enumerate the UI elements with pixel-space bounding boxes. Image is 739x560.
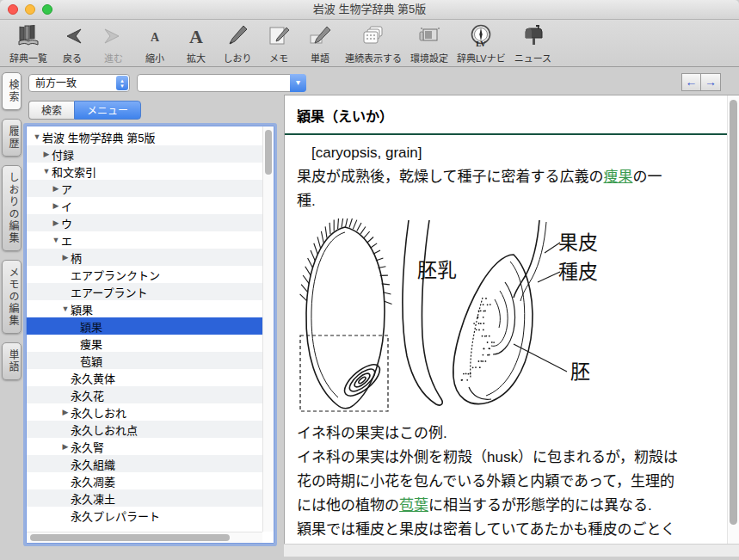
tree-row[interactable]: エアプランクトン <box>27 266 262 283</box>
toolbar-button-stacked-cards[interactable]: 連続表示する <box>345 22 402 65</box>
tree-row[interactable]: 永久組織 <box>27 455 262 472</box>
content-vertical-scrollbar[interactable] <box>727 95 739 544</box>
disclosure-closed-icon[interactable]: ▶ <box>51 218 61 227</box>
disclosure-closed-icon[interactable]: ▶ <box>60 253 71 262</box>
disclosure-closed-icon[interactable]: ▶ <box>51 184 61 193</box>
tree-row-label: 穎果 <box>71 301 93 317</box>
tree-row[interactable]: ▼和文索引 <box>27 163 262 180</box>
figure-wrap: 果皮 種皮 胚乳 胚 <box>288 218 739 422</box>
side-tab-3[interactable]: メモの編集 <box>2 260 22 334</box>
toolbar-button-font-larger[interactable]: A拡大 <box>180 22 212 65</box>
entry-text: には他の植物の <box>297 497 399 514</box>
segment-0[interactable]: 検索 <box>28 101 74 120</box>
app-window: { "window": {"title": "岩波 生物学辞典 第5版"}, "… <box>0 0 739 560</box>
prev-page-button[interactable]: ← <box>681 73 701 91</box>
content-vertical-scrollbar-thumb[interactable] <box>730 100 737 525</box>
toolbar-button-label: 辞典LVナビ <box>457 51 506 65</box>
svg-text:A: A <box>189 26 203 47</box>
disclosure-open-icon[interactable]: ▼ <box>60 305 71 313</box>
tree-horizontal-scrollbar[interactable] <box>27 532 262 543</box>
tree-row-label: 永久しおれ点 <box>71 422 138 438</box>
disclosure-closed-icon[interactable]: ▶ <box>60 442 71 451</box>
forward-arrow-icon <box>97 22 130 50</box>
tree-horizontal-scrollbar-thumb[interactable] <box>30 534 230 541</box>
tree-row[interactable]: ▶永久腎 <box>27 438 262 455</box>
tree-row-label: ウ <box>61 215 72 231</box>
search-input[interactable]: ▾ <box>137 74 306 92</box>
minimize-window-button[interactable] <box>25 4 35 15</box>
disclosure-closed-icon[interactable]: ▶ <box>41 150 52 158</box>
entry-headword: 穎果（えいか） <box>285 95 739 126</box>
tree-row[interactable]: 永久凋萎 <box>27 472 262 489</box>
toolbar-button-preferences[interactable]: 環境設定 <box>410 22 448 65</box>
toolbar-button-books[interactable]: 辞典一覧 <box>9 22 47 65</box>
toolbar-button-word-card[interactable]: 単語 <box>304 22 336 65</box>
toolbar-button-label: メモ <box>269 51 288 65</box>
font-larger-icon: A <box>180 22 212 50</box>
toolbar-button-lv-navi-gauge[interactable]: LV辞典LVナビ <box>457 22 506 65</box>
index-tree: ▼岩波 生物学辞典 第5版▶付録▼和文索引▶ア▶イ▶ウ▼エ▶柄エアプランクトンエ… <box>27 128 262 532</box>
tree-vertical-scrollbar-thumb[interactable] <box>265 130 272 175</box>
tree-row-label: 永久黄体 <box>71 370 115 386</box>
tree-row[interactable]: 痩果 <box>27 335 262 352</box>
back-arrow-icon <box>56 22 89 50</box>
tree-row[interactable]: ▼エ <box>27 231 262 249</box>
tree-row-label: 痩果 <box>80 335 102 352</box>
combo-dropdown-icon[interactable]: ▾ <box>290 74 306 92</box>
match-mode-value: 前方一致 <box>35 77 77 89</box>
tree-row[interactable]: ▶付録 <box>27 145 262 163</box>
entry-text-line: 種. <box>297 189 739 213</box>
disclosure-open-icon[interactable]: ▼ <box>32 132 42 141</box>
tree-row[interactable]: エアープラント <box>27 283 262 300</box>
zoom-window-button[interactable] <box>42 4 52 15</box>
tree-row-label: エアプランクトン <box>71 267 160 283</box>
tree-row[interactable]: ▼岩波 生物学辞典 第5版 <box>27 128 262 145</box>
tree-row-label: 苞穎 <box>80 353 102 369</box>
next-page-button[interactable]: → <box>701 73 721 91</box>
toolbar-button-label: ニュース <box>514 51 551 65</box>
toolbar-button-memo[interactable]: メモ <box>262 22 295 65</box>
disclosure-closed-icon[interactable]: ▶ <box>51 201 61 210</box>
disclosure-open-icon[interactable]: ▼ <box>41 167 52 175</box>
tree-row[interactable]: 永久花 <box>27 386 262 403</box>
tree-row[interactable]: ▶ア <box>27 180 262 197</box>
close-window-button[interactable] <box>8 4 18 15</box>
side-tab-1[interactable]: 履歴 <box>2 119 22 157</box>
disclosure-open-icon[interactable]: ▼ <box>51 236 61 244</box>
entry-text: イネ科の果実はこの例. <box>297 425 447 441</box>
tree-row[interactable]: ▶イ <box>27 197 262 214</box>
disclosure-closed-icon[interactable]: ▶ <box>60 408 71 416</box>
page-nav-arrows: ← → <box>681 73 721 91</box>
side-tab-4[interactable]: 単語 <box>2 342 22 380</box>
content-horizontal-scrollbar[interactable] <box>284 544 739 557</box>
toolbar-button-mailbox[interactable]: ニュース <box>514 22 551 65</box>
tree-row[interactable]: ▶ウ <box>27 214 262 231</box>
tree-row[interactable]: ▶柄 <box>27 249 262 266</box>
cross-reference-link[interactable]: 痩果 <box>604 169 633 185</box>
side-tab-0[interactable]: 検索 <box>2 72 22 110</box>
match-mode-popup[interactable]: 前方一致 ▲▼ <box>28 74 130 92</box>
memo-icon <box>262 22 295 50</box>
tree-row-label: 永久しおれ <box>71 404 126 421</box>
tree-row[interactable]: 永久黄体 <box>27 369 262 386</box>
index-tree-panel: ▼岩波 生物学辞典 第5版▶付録▼和文索引▶ア▶イ▶ウ▼エ▶柄エアプランクトンエ… <box>26 126 274 544</box>
tree-row[interactable]: 苞穎 <box>27 352 262 369</box>
toolbar-button-back-arrow[interactable]: 戻る <box>56 22 89 65</box>
word-card-icon <box>304 22 336 50</box>
cross-reference-link[interactable]: 苞葉 <box>399 497 428 514</box>
tree-row-label: エ <box>61 232 72 249</box>
tree-row[interactable]: ▼穎果 <box>27 300 262 317</box>
tree-row[interactable]: 永久しおれ点 <box>27 421 262 438</box>
toolbar-button-font-smaller[interactable]: A縮小 <box>139 22 171 65</box>
tree-vertical-scrollbar[interactable] <box>262 126 274 532</box>
tree-row[interactable]: ▶永久しおれ <box>27 403 262 421</box>
tree-row[interactable]: 穎果 <box>27 317 262 335</box>
tree-row[interactable]: 永久凍土 <box>27 489 262 507</box>
toolbar-button-bookmark-pen[interactable]: しおり <box>221 22 254 65</box>
entry-text-line: イネ科の果実は外側を籾殻（husk）に包まれるが，籾殻は <box>297 446 739 470</box>
side-tab-2[interactable]: しおりの編集 <box>2 165 22 251</box>
figure-label-seed-coat: 種皮 <box>558 262 598 283</box>
tree-row[interactable]: 永久プレパラート <box>27 507 262 524</box>
segment-1[interactable]: メニュー <box>74 101 141 120</box>
bookmark-pen-icon <box>221 22 254 50</box>
